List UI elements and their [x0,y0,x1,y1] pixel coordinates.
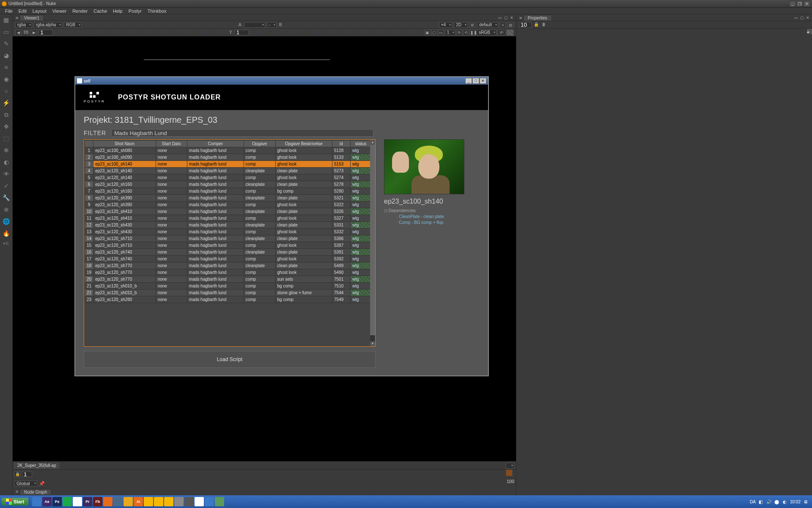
menu-edit[interactable]: Edit [16,8,29,14]
table-cell[interactable]: cleanplate [244,235,275,242]
table-cell[interactable]: mads hagbarth lund [187,195,244,202]
clock[interactable]: 10:02 [790,500,801,504]
table-cell[interactable]: 7 [85,188,93,195]
table-cell[interactable]: 5326 [332,208,351,215]
table-cell[interactable]: clean plate [275,249,332,256]
prev-icon[interactable]: ◀ [15,30,21,36]
table-cell[interactable]: 11 [85,215,93,222]
table-cell[interactable]: wtg [350,290,371,296]
table-cell[interactable]: 2 [85,154,93,161]
srgb-select[interactable]: sRGB [477,30,497,36]
tool-3d-icon[interactable]: ⬚ [3,135,10,142]
table-cell[interactable]: ep23_sc120_sh140 [93,168,156,174]
table-cell[interactable]: wtg [350,154,371,161]
table-cell[interactable]: cleanplate [244,181,275,188]
table-cell[interactable]: ghost look [275,174,332,181]
table-cell[interactable]: mads hagbarth lund [187,262,244,269]
table-cell[interactable]: wtg [350,229,371,235]
channel-select-1[interactable]: rgba [15,22,32,28]
properties-tab[interactable]: Properties [523,15,552,21]
table-cell[interactable]: wtg [350,174,371,181]
tool-other-icon[interactable]: ⊕ [3,206,10,213]
table-cell[interactable]: 21 [85,283,93,290]
table-cell[interactable]: comp [244,215,275,222]
scroll-thumb[interactable] [370,145,375,335]
taskbar-app-icon[interactable] [32,497,41,506]
tool-merge-icon[interactable]: ⧉ [3,111,10,119]
refresh-icon[interactable]: ⟳ [456,30,462,36]
table-cell[interactable]: 5133 [332,154,351,161]
table-cell[interactable]: mads hagbarth lund [187,235,244,242]
table-cell[interactable]: mads hagbarth lund [187,256,244,262]
ip-button[interactable]: IP [497,30,506,36]
table-cell[interactable]: ghost look [275,161,332,168]
col-header[interactable]: Shot Navn [93,141,156,147]
table-cell[interactable]: wtg [350,202,371,208]
table-cell[interactable]: cleanplate [244,222,275,229]
table-cell[interactable]: ghost look [275,147,332,154]
table-cell[interactable]: comp [244,154,275,161]
tool-image-icon[interactable]: ▦ [3,16,10,24]
table-cell[interactable]: wtg [350,195,371,202]
table-cell[interactable]: ep23_sc120_sh010_b [93,290,156,296]
filter-input[interactable] [111,129,373,137]
extra-square-icon[interactable] [506,469,513,476]
table-cell[interactable]: none [156,283,187,290]
table-cell[interactable]: ep23_sc120_sh160 [93,188,156,195]
table-cell[interactable]: wtg [350,296,371,303]
pin-icon[interactable]: 📌 [39,481,45,486]
table-cell[interactable]: 5278 [332,181,351,188]
menu-help[interactable]: Help [110,8,125,14]
menu-cache[interactable]: Cache [91,8,110,14]
table-cell[interactable]: wtg [350,208,371,215]
table-cell[interactable]: comp [244,290,275,296]
dialog-minimize-button[interactable]: _ [465,78,472,84]
table-cell[interactable]: wtg [350,262,371,269]
dependency-item[interactable]: CleanPlate - clean plate [384,214,473,220]
table-cell[interactable]: cleanplate [244,262,275,269]
table-cell[interactable]: 7510 [332,283,351,290]
viewer-close-icon[interactable]: ✕ [14,16,19,21]
table-cell[interactable]: 20 [85,276,93,283]
table-cell[interactable]: comp [244,229,275,235]
tool-keyer-icon[interactable]: ⚡ [3,99,10,107]
taskbar-app-icon[interactable] [184,497,194,506]
table-cell[interactable]: 7501 [332,276,351,283]
table-cell[interactable]: 5322 [332,202,351,208]
table-cell[interactable]: ep23_sc120_sh390 [93,202,156,208]
table-cell[interactable]: wtg [350,249,371,256]
table-cell[interactable]: wtg [350,235,371,242]
table-cell[interactable]: mads hagbarth lund [187,269,244,276]
tool-globe-icon[interactable]: 🌐 [3,218,10,225]
roi-icon[interactable]: ▣ [425,30,431,36]
table-cell[interactable]: wtg [350,181,371,188]
delete-all-icon[interactable]: 🗑 [541,22,547,28]
table-cell[interactable]: 5273 [332,168,351,174]
table-cell[interactable]: 5332 [332,229,351,235]
table-cell[interactable]: none [156,296,187,303]
table-cell[interactable]: none [156,269,187,276]
tool-flame-icon[interactable]: 🔥 [3,229,10,237]
table-cell[interactable]: comp [244,256,275,262]
table-cell[interactable]: 7544 [332,290,351,296]
minimize-button[interactable]: _ [789,1,796,7]
table-cell[interactable]: none [156,290,187,296]
table-row[interactable]: 4ep23_sc120_sh140nonemads hagbarth lundc… [85,168,371,174]
col-header[interactable]: Opgave Beskrivelse [275,141,332,147]
table-cell[interactable]: 5274 [332,174,351,181]
table-cell[interactable]: cleanplate [244,208,275,215]
table-cell[interactable]: 14 [85,235,93,242]
table-row[interactable]: 2ep23_sc100_sh090nonemads hagbarth lundc… [85,154,371,161]
table-cell[interactable]: none [156,161,187,168]
table-cell[interactable]: 5327 [332,215,351,222]
pause-icon[interactable]: ❚❚ [470,30,476,36]
spin-input[interactable] [22,471,32,477]
y-input[interactable] [235,30,249,36]
dialog-titlebar[interactable]: self _ □ ✕ [75,77,488,85]
tray-icon-1[interactable]: ◧ [758,499,764,505]
table-cell[interactable]: comp [244,296,275,303]
close-button[interactable]: ✕ [804,1,810,7]
taskbar-app-icon[interactable] [164,497,173,506]
table-row[interactable]: 5ep23_sc120_sh140nonemads hagbarth lundc… [85,174,371,181]
menu-layout[interactable]: Layout [30,8,49,14]
